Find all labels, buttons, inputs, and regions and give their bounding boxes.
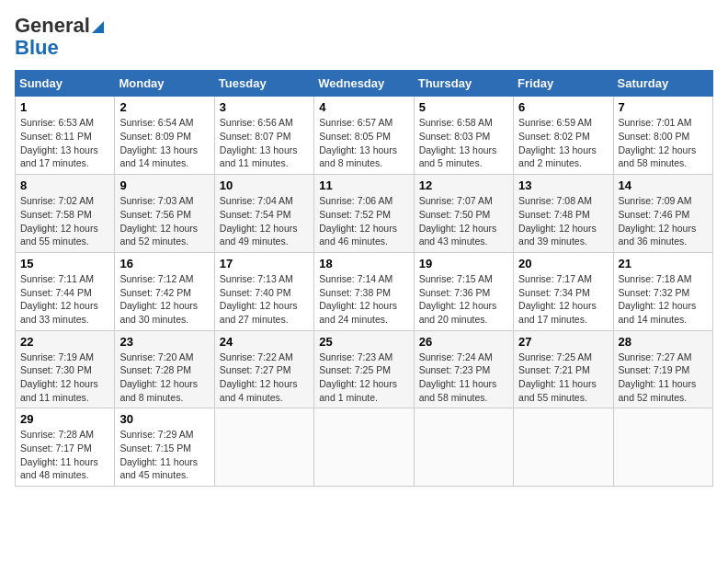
weekday-header-friday: Friday [514, 71, 613, 97]
calendar-cell: 18 Sunrise: 7:14 AMSunset: 7:38 PMDaylig… [314, 252, 414, 330]
calendar-cell: 2 Sunrise: 6:54 AMSunset: 8:09 PMDayligh… [115, 97, 214, 175]
day-number: 8 [20, 178, 109, 192]
calendar-table: SundayMondayTuesdayWednesdayThursdayFrid… [15, 70, 713, 487]
calendar-cell: 28 Sunrise: 7:27 AMSunset: 7:19 PMDaylig… [613, 330, 712, 408]
day-info: Sunrise: 7:22 AMSunset: 7:27 PMDaylight:… [220, 351, 298, 403]
weekday-header-sunday: Sunday [16, 71, 115, 97]
day-number: 12 [419, 178, 508, 192]
day-info: Sunrise: 7:15 AMSunset: 7:36 PMDaylight:… [419, 273, 497, 325]
day-number: 1 [20, 100, 109, 114]
day-number: 21 [619, 257, 708, 270]
day-number: 19 [419, 257, 508, 270]
calendar-cell: 15 Sunrise: 7:11 AMSunset: 7:44 PMDaylig… [16, 252, 115, 330]
day-info: Sunrise: 7:20 AMSunset: 7:28 PMDaylight:… [119, 351, 198, 403]
day-number: 16 [119, 257, 209, 270]
logo-general: General [15, 15, 104, 37]
day-info: Sunrise: 7:02 AMSunset: 7:58 PMDaylight:… [20, 195, 98, 247]
weekday-header-wednesday: Wednesday [314, 71, 414, 97]
calendar-cell: 16 Sunrise: 7:12 AMSunset: 7:42 PMDaylig… [115, 252, 214, 330]
day-info: Sunrise: 7:28 AMSunset: 7:17 PMDaylight:… [20, 429, 98, 480]
day-number: 24 [220, 335, 309, 349]
day-number: 11 [319, 178, 408, 192]
day-number: 28 [619, 335, 708, 349]
day-info: Sunrise: 7:09 AMSunset: 7:46 PMDaylight:… [619, 195, 697, 247]
day-number: 23 [119, 335, 209, 349]
day-number: 10 [220, 178, 309, 192]
day-info: Sunrise: 7:24 AMSunset: 7:23 PMDaylight:… [419, 351, 497, 403]
page-header: General Blue [15, 15, 713, 59]
calendar-cell: 27 Sunrise: 7:25 AMSunset: 7:21 PMDaylig… [514, 330, 613, 408]
day-number: 29 [20, 412, 109, 426]
calendar-cell: 1 Sunrise: 6:53 AMSunset: 8:11 PMDayligh… [16, 97, 115, 175]
weekday-header-saturday: Saturday [613, 71, 712, 97]
day-info: Sunrise: 6:58 AMSunset: 8:03 PMDaylight:… [419, 117, 497, 168]
day-info: Sunrise: 7:29 AMSunset: 7:15 PMDaylight:… [119, 429, 198, 480]
calendar-cell: 7 Sunrise: 7:01 AMSunset: 8:00 PMDayligh… [613, 97, 712, 175]
day-number: 22 [20, 335, 109, 349]
calendar-cell: 4 Sunrise: 6:57 AMSunset: 8:05 PMDayligh… [314, 97, 414, 175]
day-info: Sunrise: 6:57 AMSunset: 8:05 PMDaylight:… [319, 117, 397, 168]
calendar-cell [414, 408, 513, 487]
calendar-cell: 29 Sunrise: 7:28 AMSunset: 7:17 PMDaylig… [16, 408, 115, 487]
calendar-cell: 6 Sunrise: 6:59 AMSunset: 8:02 PMDayligh… [514, 97, 613, 175]
calendar-cell: 11 Sunrise: 7:06 AMSunset: 7:52 PMDaylig… [314, 175, 414, 253]
day-number: 15 [20, 257, 109, 270]
day-number: 20 [518, 257, 608, 270]
calendar-cell: 3 Sunrise: 6:56 AMSunset: 8:07 PMDayligh… [214, 97, 313, 175]
weekday-header-tuesday: Tuesday [214, 71, 313, 97]
day-info: Sunrise: 6:54 AMSunset: 8:09 PMDaylight:… [119, 117, 198, 168]
calendar-cell: 8 Sunrise: 7:02 AMSunset: 7:58 PMDayligh… [16, 175, 115, 253]
day-number: 7 [619, 100, 708, 114]
day-info: Sunrise: 7:04 AMSunset: 7:54 PMDaylight:… [220, 195, 298, 247]
day-info: Sunrise: 7:07 AMSunset: 7:50 PMDaylight:… [419, 195, 497, 247]
calendar-cell: 24 Sunrise: 7:22 AMSunset: 7:27 PMDaylig… [214, 330, 313, 408]
calendar-cell: 23 Sunrise: 7:20 AMSunset: 7:28 PMDaylig… [115, 330, 214, 408]
day-number: 27 [518, 335, 608, 349]
day-number: 17 [220, 257, 309, 270]
calendar-cell: 5 Sunrise: 6:58 AMSunset: 8:03 PMDayligh… [414, 97, 513, 175]
day-number: 6 [518, 100, 608, 114]
calendar-cell: 21 Sunrise: 7:18 AMSunset: 7:32 PMDaylig… [613, 252, 712, 330]
calendar-cell: 30 Sunrise: 7:29 AMSunset: 7:15 PMDaylig… [115, 408, 214, 487]
day-info: Sunrise: 7:23 AMSunset: 7:25 PMDaylight:… [319, 351, 397, 403]
day-number: 13 [518, 178, 608, 192]
day-number: 26 [419, 335, 508, 349]
calendar-cell [214, 408, 313, 487]
calendar-cell [314, 408, 414, 487]
calendar-cell [514, 408, 613, 487]
day-number: 9 [119, 178, 209, 192]
day-info: Sunrise: 6:53 AMSunset: 8:11 PMDaylight:… [20, 117, 98, 168]
day-info: Sunrise: 7:08 AMSunset: 7:48 PMDaylight:… [518, 195, 597, 247]
day-info: Sunrise: 7:25 AMSunset: 7:21 PMDaylight:… [518, 351, 597, 403]
calendar-cell: 13 Sunrise: 7:08 AMSunset: 7:48 PMDaylig… [514, 175, 613, 253]
day-info: Sunrise: 7:13 AMSunset: 7:40 PMDaylight:… [220, 273, 298, 325]
day-number: 25 [319, 335, 408, 349]
day-info: Sunrise: 7:19 AMSunset: 7:30 PMDaylight:… [20, 351, 98, 403]
day-info: Sunrise: 7:14 AMSunset: 7:38 PMDaylight:… [319, 273, 397, 325]
calendar-cell: 9 Sunrise: 7:03 AMSunset: 7:56 PMDayligh… [115, 175, 214, 253]
day-number: 14 [619, 178, 708, 192]
logo: General Blue [15, 15, 104, 59]
logo-blue: Blue [15, 37, 59, 59]
calendar-cell: 17 Sunrise: 7:13 AMSunset: 7:40 PMDaylig… [214, 252, 313, 330]
day-info: Sunrise: 7:11 AMSunset: 7:44 PMDaylight:… [20, 273, 98, 325]
day-info: Sunrise: 7:27 AMSunset: 7:19 PMDaylight:… [619, 351, 697, 403]
day-info: Sunrise: 6:59 AMSunset: 8:02 PMDaylight:… [518, 117, 597, 168]
weekday-header-monday: Monday [115, 71, 214, 97]
weekday-header-thursday: Thursday [414, 71, 513, 97]
calendar-cell: 19 Sunrise: 7:15 AMSunset: 7:36 PMDaylig… [414, 252, 513, 330]
day-info: Sunrise: 7:17 AMSunset: 7:34 PMDaylight:… [518, 273, 597, 325]
calendar-cell [613, 408, 712, 487]
calendar-cell: 14 Sunrise: 7:09 AMSunset: 7:46 PMDaylig… [613, 175, 712, 253]
day-info: Sunrise: 7:03 AMSunset: 7:56 PMDaylight:… [119, 195, 198, 247]
day-info: Sunrise: 7:12 AMSunset: 7:42 PMDaylight:… [119, 273, 198, 325]
day-info: Sunrise: 7:06 AMSunset: 7:52 PMDaylight:… [319, 195, 397, 247]
day-number: 18 [319, 257, 408, 270]
day-number: 2 [119, 100, 209, 114]
calendar-cell: 25 Sunrise: 7:23 AMSunset: 7:25 PMDaylig… [314, 330, 414, 408]
day-number: 4 [319, 100, 408, 114]
day-info: Sunrise: 7:18 AMSunset: 7:32 PMDaylight:… [619, 273, 697, 325]
day-number: 5 [419, 100, 508, 114]
calendar-cell: 26 Sunrise: 7:24 AMSunset: 7:23 PMDaylig… [414, 330, 513, 408]
day-info: Sunrise: 6:56 AMSunset: 8:07 PMDaylight:… [220, 117, 298, 168]
